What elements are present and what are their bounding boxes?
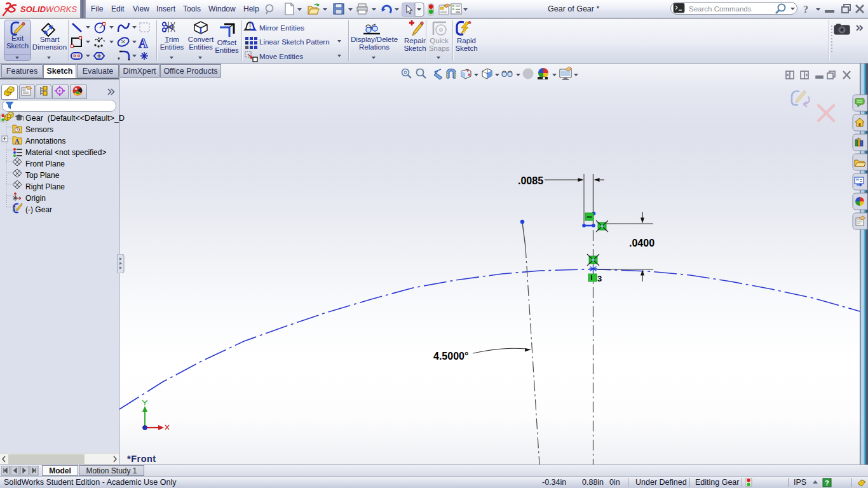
svg-text:Search Commands: Search Commands <box>689 5 752 13</box>
svg-text:3: 3 <box>597 274 602 283</box>
svg-text:*Front: *Front <box>127 454 156 464</box>
svg-text:?: ? <box>803 4 808 15</box>
svg-text:.0085: .0085 <box>518 175 543 186</box>
svg-text:SOLID: SOLID <box>20 4 46 14</box>
svg-text:A: A <box>15 138 20 145</box>
svg-text:4.5000°: 4.5000° <box>433 351 468 362</box>
svg-text:?: ? <box>825 479 829 487</box>
svg-text:WORKS: WORKS <box>46 4 78 14</box>
svg-text:A: A <box>139 36 148 50</box>
svg-text:.0400: .0400 <box>629 238 654 248</box>
